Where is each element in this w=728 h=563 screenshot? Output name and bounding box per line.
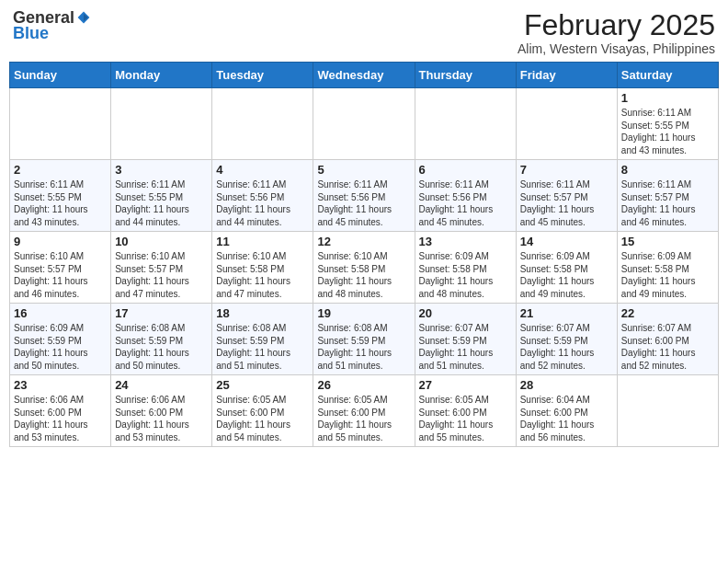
day-number: 15 <box>621 235 714 248</box>
day-number: 3 <box>115 163 208 177</box>
day-cell: 1Sunrise: 6:11 AM Sunset: 5:55 PM Daylig… <box>617 88 718 160</box>
day-info: Sunrise: 6:05 AM Sunset: 6:00 PM Dayligh… <box>216 394 309 443</box>
week-row-2: 2Sunrise: 6:11 AM Sunset: 5:55 PM Daylig… <box>10 160 719 232</box>
day-cell: 5Sunrise: 6:11 AM Sunset: 5:56 PM Daylig… <box>313 160 415 232</box>
day-number: 18 <box>216 306 309 320</box>
weekday-header-monday: Monday <box>111 63 212 88</box>
weekday-header-friday: Friday <box>516 63 617 88</box>
day-info: Sunrise: 6:04 AM Sunset: 6:00 PM Dayligh… <box>520 394 613 443</box>
weekday-header-thursday: Thursday <box>415 63 516 88</box>
day-number: 1 <box>621 91 714 105</box>
day-cell: 13Sunrise: 6:09 AM Sunset: 5:58 PM Dayli… <box>415 232 516 304</box>
weekday-header-tuesday: Tuesday <box>212 63 313 88</box>
day-cell: 22Sunrise: 6:07 AM Sunset: 6:00 PM Dayli… <box>617 304 718 375</box>
day-number: 19 <box>317 306 410 320</box>
day-info: Sunrise: 6:11 AM Sunset: 5:56 PM Dayligh… <box>317 178 410 228</box>
day-cell <box>10 88 111 160</box>
day-info: Sunrise: 6:05 AM Sunset: 6:00 PM Dayligh… <box>419 394 512 443</box>
logo-blue: Blue <box>13 24 49 42</box>
day-info: Sunrise: 6:09 AM Sunset: 5:58 PM Dayligh… <box>419 250 512 300</box>
day-number: 20 <box>419 306 512 320</box>
day-info: Sunrise: 6:06 AM Sunset: 6:00 PM Dayligh… <box>14 394 107 443</box>
day-cell: 14Sunrise: 6:09 AM Sunset: 5:58 PM Dayli… <box>516 232 617 304</box>
day-number: 2 <box>14 163 107 177</box>
month-title: February 2025 <box>518 9 715 41</box>
page-header: General Blue February 2025 Alim, Western… <box>9 9 719 56</box>
day-cell: 2Sunrise: 6:11 AM Sunset: 5:55 PM Daylig… <box>10 160 111 232</box>
week-row-4: 16Sunrise: 6:09 AM Sunset: 5:59 PM Dayli… <box>10 304 719 375</box>
day-cell: 21Sunrise: 6:07 AM Sunset: 5:59 PM Dayli… <box>516 304 617 375</box>
day-cell: 23Sunrise: 6:06 AM Sunset: 6:00 PM Dayli… <box>10 375 111 447</box>
day-info: Sunrise: 6:08 AM Sunset: 5:59 PM Dayligh… <box>216 322 309 372</box>
day-number: 24 <box>115 378 208 392</box>
day-cell: 27Sunrise: 6:05 AM Sunset: 6:00 PM Dayli… <box>415 375 516 447</box>
day-cell <box>516 88 617 160</box>
day-info: Sunrise: 6:06 AM Sunset: 6:00 PM Dayligh… <box>115 394 208 443</box>
day-number: 14 <box>520 235 613 248</box>
day-info: Sunrise: 6:07 AM Sunset: 5:59 PM Dayligh… <box>419 322 512 372</box>
day-number: 22 <box>621 306 714 320</box>
day-info: Sunrise: 6:11 AM Sunset: 5:55 PM Dayligh… <box>115 178 208 228</box>
day-cell: 3Sunrise: 6:11 AM Sunset: 5:55 PM Daylig… <box>111 160 212 232</box>
day-info: Sunrise: 6:11 AM Sunset: 5:57 PM Dayligh… <box>621 178 714 228</box>
day-number: 23 <box>14 378 107 392</box>
day-number: 9 <box>14 235 107 248</box>
day-cell <box>617 375 718 447</box>
day-cell: 19Sunrise: 6:08 AM Sunset: 5:59 PM Dayli… <box>313 304 415 375</box>
day-cell: 11Sunrise: 6:10 AM Sunset: 5:58 PM Dayli… <box>212 232 313 304</box>
day-number: 7 <box>520 163 613 177</box>
day-number: 10 <box>115 235 208 248</box>
logo-icon <box>76 10 91 25</box>
day-info: Sunrise: 6:10 AM Sunset: 5:58 PM Dayligh… <box>216 250 309 300</box>
day-cell: 28Sunrise: 6:04 AM Sunset: 6:00 PM Dayli… <box>516 375 617 447</box>
day-cell: 9Sunrise: 6:10 AM Sunset: 5:57 PM Daylig… <box>10 232 111 304</box>
day-info: Sunrise: 6:10 AM Sunset: 5:57 PM Dayligh… <box>115 250 208 300</box>
weekday-header-wednesday: Wednesday <box>313 63 415 88</box>
day-number: 12 <box>317 235 410 248</box>
day-info: Sunrise: 6:09 AM Sunset: 5:58 PM Dayligh… <box>520 250 613 300</box>
day-info: Sunrise: 6:07 AM Sunset: 5:59 PM Dayligh… <box>520 322 613 372</box>
day-cell: 8Sunrise: 6:11 AM Sunset: 5:57 PM Daylig… <box>617 160 718 232</box>
day-info: Sunrise: 6:10 AM Sunset: 5:57 PM Dayligh… <box>14 250 107 300</box>
day-cell: 25Sunrise: 6:05 AM Sunset: 6:00 PM Dayli… <box>212 375 313 447</box>
day-cell: 16Sunrise: 6:09 AM Sunset: 5:59 PM Dayli… <box>10 304 111 375</box>
day-number: 25 <box>216 378 309 392</box>
weekday-header-row: SundayMondayTuesdayWednesdayThursdayFrid… <box>10 63 719 88</box>
day-number: 4 <box>216 163 309 177</box>
day-cell <box>313 88 415 160</box>
day-info: Sunrise: 6:11 AM Sunset: 5:56 PM Dayligh… <box>216 178 309 228</box>
day-number: 21 <box>520 306 613 320</box>
day-number: 5 <box>317 163 410 177</box>
day-info: Sunrise: 6:11 AM Sunset: 5:57 PM Dayligh… <box>520 178 613 228</box>
day-cell: 12Sunrise: 6:10 AM Sunset: 5:58 PM Dayli… <box>313 232 415 304</box>
day-cell: 26Sunrise: 6:05 AM Sunset: 6:00 PM Dayli… <box>313 375 415 447</box>
week-row-1: 1Sunrise: 6:11 AM Sunset: 5:55 PM Daylig… <box>10 88 719 160</box>
day-number: 17 <box>115 306 208 320</box>
day-info: Sunrise: 6:05 AM Sunset: 6:00 PM Dayligh… <box>317 394 410 443</box>
day-number: 27 <box>419 378 512 392</box>
day-number: 6 <box>419 163 512 177</box>
day-number: 28 <box>520 378 613 392</box>
day-cell <box>415 88 516 160</box>
day-cell: 6Sunrise: 6:11 AM Sunset: 5:56 PM Daylig… <box>415 160 516 232</box>
day-info: Sunrise: 6:09 AM Sunset: 5:59 PM Dayligh… <box>14 322 107 372</box>
day-info: Sunrise: 6:11 AM Sunset: 5:55 PM Dayligh… <box>14 178 107 228</box>
day-info: Sunrise: 6:08 AM Sunset: 5:59 PM Dayligh… <box>317 322 410 372</box>
day-cell: 18Sunrise: 6:08 AM Sunset: 5:59 PM Dayli… <box>212 304 313 375</box>
day-cell: 17Sunrise: 6:08 AM Sunset: 5:59 PM Dayli… <box>111 304 212 375</box>
day-cell: 4Sunrise: 6:11 AM Sunset: 5:56 PM Daylig… <box>212 160 313 232</box>
day-number: 16 <box>14 306 107 320</box>
day-number: 13 <box>419 235 512 248</box>
day-number: 26 <box>317 378 410 392</box>
day-info: Sunrise: 6:08 AM Sunset: 5:59 PM Dayligh… <box>115 322 208 372</box>
day-info: Sunrise: 6:11 AM Sunset: 5:56 PM Dayligh… <box>419 178 512 228</box>
weekday-header-saturday: Saturday <box>617 63 718 88</box>
day-cell <box>212 88 313 160</box>
day-cell: 15Sunrise: 6:09 AM Sunset: 5:58 PM Dayli… <box>617 232 718 304</box>
day-cell: 7Sunrise: 6:11 AM Sunset: 5:57 PM Daylig… <box>516 160 617 232</box>
day-cell: 20Sunrise: 6:07 AM Sunset: 5:59 PM Dayli… <box>415 304 516 375</box>
day-cell: 24Sunrise: 6:06 AM Sunset: 6:00 PM Dayli… <box>111 375 212 447</box>
day-cell <box>111 88 212 160</box>
logo: General Blue <box>13 9 91 43</box>
title-block: February 2025 Alim, Western Visayas, Phi… <box>518 9 715 56</box>
